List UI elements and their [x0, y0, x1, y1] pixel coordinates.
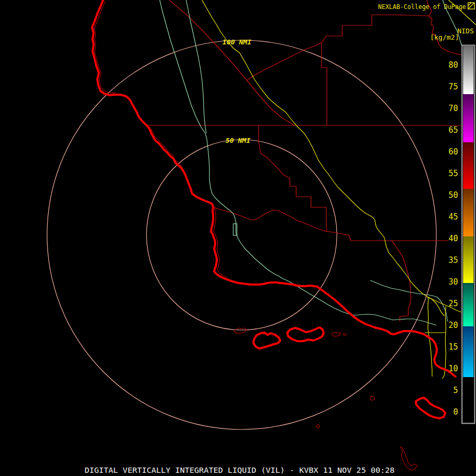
island-santa-catalina: [416, 398, 445, 418]
colorbar-seg-yellow: [463, 236, 474, 283]
tick-40: 40: [448, 234, 458, 243]
tick-80: 80: [448, 60, 458, 70]
color-scale: 80 75 70 65 60 55 50 45 40 35 30 25 20 1…: [448, 45, 475, 424]
island-prince-islet: [234, 328, 247, 333]
tick-15: 15: [448, 342, 458, 352]
tick-10: 10: [448, 364, 458, 373]
tick-60: 60: [448, 147, 458, 157]
colorbar-seg-teal: [463, 283, 474, 326]
tick-25: 25: [448, 299, 458, 308]
tick-75: 75: [448, 82, 458, 91]
highway-1-spur: [186, 0, 206, 133]
highways-green: [160, 0, 462, 325]
colorbar-seg-gray: [463, 46, 474, 94]
island-santa-cruz-east: [343, 333, 346, 336]
colorbar-ticks: 80 75 70 65 60 55 50 45 40 35 30 25 20 1…: [448, 60, 458, 417]
product-title: DIGITAL VERTICALLY INTEGRATED LIQUID (VI…: [85, 466, 395, 474]
tick-5: 5: [453, 386, 458, 395]
island-san-miguel: [253, 333, 280, 349]
range-rings: [47, 40, 436, 429]
tick-70: 70: [448, 104, 458, 113]
units-label: [kg/m2]: [430, 33, 459, 41]
radar-map-canvas: 80 75 70 65 60 55 50 45 40 35 30 25 20 1…: [0, 0, 476, 476]
cod-flag-icon: [468, 3, 474, 9]
island-santa-cruz-west: [332, 332, 341, 336]
highways-yellow: [202, 0, 476, 379]
county-line-vertical: [322, 43, 327, 125]
tick-65: 65: [448, 125, 458, 135]
tick-30: 30: [448, 277, 458, 287]
range-ring-100nmi: [47, 40, 436, 429]
tick-45: 45: [448, 212, 458, 222]
coastline: [92, 0, 455, 377]
tick-35: 35: [448, 255, 458, 265]
island-santa-barbara: [370, 396, 374, 400]
coastline-detail-mid: [151, 129, 191, 191]
tick-0: 0: [453, 407, 458, 417]
island-santa-rosa: [287, 327, 324, 341]
county-line-diagonal: [169, 0, 294, 125]
tick-50: 50: [448, 190, 458, 200]
tick-55: 55: [448, 169, 458, 178]
highway-yellow-main-diagonal: [202, 0, 444, 316]
highway-101-coastal: [290, 282, 436, 325]
island-san-clemente: [400, 447, 417, 470]
product-label: NIDS: [457, 27, 474, 35]
radar-display: 80 75 70 65 60 55 50 45 40 35 30 25 20 1…: [0, 0, 476, 476]
brand-text: NEXLAB-College of DuPage: [378, 3, 466, 11]
county-line-se-staircase: [259, 125, 448, 241]
ring-label-100nmi: 100 NMI: [223, 38, 252, 46]
colorbar-seg-orange: [463, 189, 474, 236]
colorbar-seg-purple: [463, 94, 474, 142]
ring-label-50nmi: 50 NMI: [226, 136, 251, 144]
county-boundaries: [148, 0, 461, 322]
colorbar-seg-blue: [463, 326, 474, 377]
coastline-california: [92, 0, 455, 377]
county-line-ventura-branch: [391, 241, 411, 322]
tick-20: 20: [448, 321, 458, 330]
county-line-nw-spur: [247, 54, 296, 80]
island-speck: [316, 425, 319, 428]
colorbar-seg-red: [463, 142, 474, 189]
channel-islands: [234, 327, 445, 470]
range-ring-50nmi: [147, 140, 337, 330]
